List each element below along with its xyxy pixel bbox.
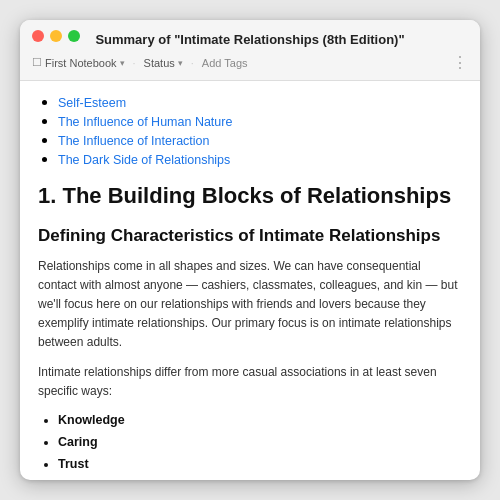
toolbar-divider: · [133,57,136,69]
toc-link-dark-side[interactable]: The Dark Side of Relationships [58,153,230,167]
add-tags-label: Add Tags [202,57,248,69]
toc-list: Self-Esteem The Influence of Human Natur… [38,93,462,168]
toc-link-interaction[interactable]: The Influence of Interaction [58,134,209,148]
toc-link-self-esteem[interactable]: Self-Esteem [58,96,126,110]
list-item-caring: Caring [58,433,462,452]
maximize-button[interactable] [68,30,80,42]
window-title: Summary of "Intimate Relationships (8th … [32,32,468,47]
status-chevron-icon: ▾ [178,58,183,68]
subsection-heading: Defining Characteristics of Intimate Rel… [38,225,462,247]
toc-item-self-esteem[interactable]: Self-Esteem [58,93,462,111]
characteristics-list: Knowledge Caring Trust Responsiveness Mu… [38,411,462,480]
section-heading: 1. The Building Blocks of Relationships [38,182,462,211]
paragraph-1: Relationships come in all shapes and siz… [38,257,462,353]
list-item-trust: Trust [58,455,462,474]
toolbar: ☐ First Notebook ▾ · Status ▾ · Add Tags… [32,53,468,72]
titlebar: Summary of "Intimate Relationships (8th … [20,20,480,81]
toc-link-human-nature[interactable]: The Influence of Human Nature [58,115,232,129]
notebook-selector[interactable]: ☐ First Notebook ▾ [32,56,125,69]
toolbar-divider2: · [191,57,194,69]
paragraph-2: Intimate relationships differ from more … [38,363,462,401]
chevron-down-icon: ▾ [120,58,125,68]
close-button[interactable] [32,30,44,42]
status-label: Status [144,57,175,69]
add-tags-button[interactable]: Add Tags [202,57,248,69]
characteristics-items: Knowledge Caring Trust Responsiveness Mu… [38,411,462,480]
toc-item-human-nature[interactable]: The Influence of Human Nature [58,112,462,130]
app-window: Summary of "Intimate Relationships (8th … [20,20,480,480]
document-content: Self-Esteem The Influence of Human Natur… [20,81,480,480]
list-item-responsiveness: Responsiveness [58,476,462,480]
list-item-knowledge: Knowledge [58,411,462,430]
table-of-contents: Self-Esteem The Influence of Human Natur… [38,93,462,168]
toc-item-dark-side[interactable]: The Dark Side of Relationships [58,150,462,168]
status-selector[interactable]: Status ▾ [144,57,183,69]
notebook-icon: ☐ [32,56,42,69]
more-options-button[interactable]: ⋮ [452,53,468,72]
notebook-label: First Notebook [45,57,117,69]
minimize-button[interactable] [50,30,62,42]
toc-item-interaction[interactable]: The Influence of Interaction [58,131,462,149]
